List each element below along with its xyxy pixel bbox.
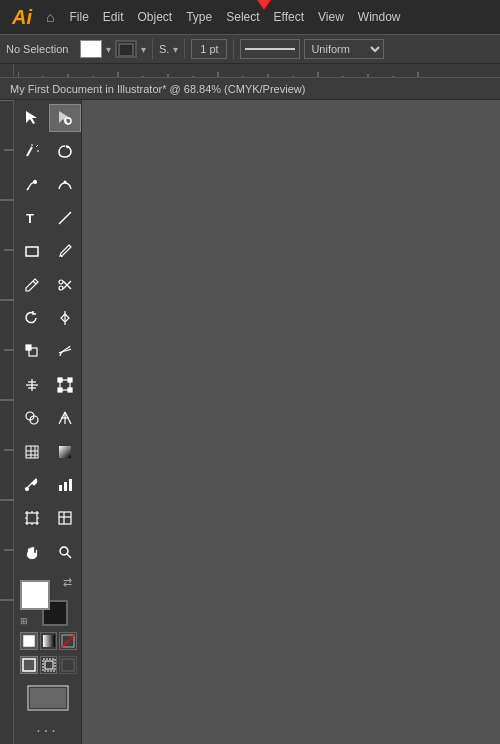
ai-logo: Ai: [6, 6, 38, 29]
svg-line-46: [33, 281, 36, 284]
svg-rect-107: [30, 688, 66, 708]
svg-rect-105: [62, 659, 74, 671]
dots-label: ···: [36, 722, 58, 740]
menu-edit[interactable]: Edit: [96, 4, 131, 30]
toolbox: T: [14, 100, 82, 744]
rotate-tool[interactable]: [16, 304, 48, 332]
mode-buttons: [20, 632, 77, 650]
svg-text:T: T: [26, 211, 34, 226]
stroke-line-preview[interactable]: [240, 39, 300, 59]
magic-wand-tool[interactable]: [16, 137, 48, 165]
menu-object[interactable]: Object: [131, 4, 180, 30]
default-colors-icon[interactable]: ⊞: [20, 616, 28, 626]
swatch-dropdown-arrow[interactable]: ▾: [106, 44, 111, 55]
line-segment-tool[interactable]: [49, 204, 81, 232]
svg-point-96: [60, 547, 68, 555]
uniform-dropdown[interactable]: Uniform: [304, 39, 384, 59]
three-dots-menu[interactable]: ···: [14, 718, 81, 744]
pencil-tool[interactable]: [16, 271, 48, 299]
menu-window[interactable]: Window: [351, 4, 408, 30]
perspective-grid-tool[interactable]: [49, 404, 81, 432]
svg-rect-98: [23, 635, 35, 647]
svg-line-41: [27, 188, 29, 190]
hand-tool[interactable]: [16, 538, 48, 566]
separator-2: [184, 39, 185, 59]
curvature-tool[interactable]: [49, 171, 81, 199]
paintbrush-tool[interactable]: [49, 237, 81, 265]
home-icon-button[interactable]: ⌂: [42, 7, 58, 27]
svg-line-36: [36, 145, 38, 147]
slice-tool[interactable]: [49, 504, 81, 532]
svg-point-47: [59, 280, 63, 284]
draw-inside-button[interactable]: [40, 656, 58, 674]
separator-3: [233, 39, 234, 59]
svg-line-44: [59, 212, 71, 224]
menu-type[interactable]: Type: [179, 4, 219, 30]
svg-rect-62: [68, 388, 72, 392]
svg-point-40: [34, 180, 37, 183]
svg-rect-53: [26, 345, 31, 350]
stroke-line-inner: [245, 48, 295, 50]
svg-rect-61: [58, 388, 62, 392]
svg-rect-59: [58, 378, 62, 382]
scale-tool[interactable]: [16, 337, 48, 365]
graph-tool[interactable]: [49, 471, 81, 499]
gradient-mode-button[interactable]: [40, 632, 58, 650]
tools-grid: T: [14, 100, 81, 570]
ruler-ticks-left: [0, 100, 14, 700]
swap-colors-icon[interactable]: ⇄: [63, 576, 72, 589]
stroke-width-input[interactable]: [191, 39, 227, 59]
menu-select[interactable]: Select: [219, 4, 266, 30]
svg-line-97: [67, 554, 71, 558]
shape-builder-tool[interactable]: [16, 404, 48, 432]
svg-point-76: [26, 487, 29, 490]
change-screen-mode-button[interactable]: [22, 682, 74, 714]
svg-rect-45: [26, 247, 38, 256]
svg-rect-93: [59, 512, 71, 524]
none-mode-button[interactable]: [59, 632, 77, 650]
direct-selection-tool[interactable]: [49, 104, 81, 132]
svg-line-38: [27, 147, 32, 156]
warp-tool[interactable]: [49, 337, 81, 365]
rectangle-tool[interactable]: [16, 237, 48, 265]
svg-rect-102: [23, 659, 35, 671]
svg-point-48: [59, 286, 63, 290]
fill-color-swatch[interactable]: [80, 40, 102, 58]
menu-bar: File Edit Object Type Select Effect View…: [62, 4, 494, 30]
screen-mode-area: [14, 678, 81, 718]
stroke-color-swatch[interactable]: [115, 40, 137, 58]
draw-normal-button[interactable]: [20, 656, 38, 674]
svg-rect-69: [26, 446, 38, 458]
width-tool[interactable]: [16, 371, 48, 399]
svg-point-42: [64, 180, 67, 183]
artboard-tool[interactable]: [16, 504, 48, 532]
color-section: ⇄ ⊞: [14, 570, 81, 678]
svg-rect-74: [59, 446, 71, 458]
reflect-tool[interactable]: [49, 304, 81, 332]
doc-title-bar: My First Document in Illustrator* @ 68.8…: [0, 78, 500, 100]
eyedropper-tool[interactable]: [16, 471, 48, 499]
stroke-options-dropdown[interactable]: ▾: [173, 44, 178, 55]
lasso-tool[interactable]: [49, 137, 81, 165]
menu-file[interactable]: File: [62, 4, 95, 30]
stroke-dropdown-arrow[interactable]: ▾: [141, 44, 146, 55]
doc-title: My First Document in Illustrator* @ 68.8…: [10, 83, 305, 95]
svg-rect-104: [45, 661, 53, 669]
svg-rect-1: [119, 44, 133, 56]
mesh-tool[interactable]: [16, 438, 48, 466]
color-mode-button[interactable]: [20, 632, 38, 650]
pen-tool[interactable]: [16, 171, 48, 199]
free-transform-tool[interactable]: [49, 371, 81, 399]
scissors-tool[interactable]: [49, 271, 81, 299]
gradient-tool[interactable]: [49, 438, 81, 466]
draw-behind-button[interactable]: [59, 656, 77, 674]
menu-view[interactable]: View: [311, 4, 351, 30]
svg-rect-99: [43, 635, 55, 647]
zoom-tool[interactable]: [49, 538, 81, 566]
selection-tool[interactable]: [16, 104, 48, 132]
ruler-area: [0, 64, 500, 78]
type-tool[interactable]: T: [16, 204, 48, 232]
foreground-color-swatch[interactable]: [20, 580, 50, 610]
svg-rect-60: [68, 378, 72, 382]
menu-effect[interactable]: Effect: [267, 4, 311, 30]
